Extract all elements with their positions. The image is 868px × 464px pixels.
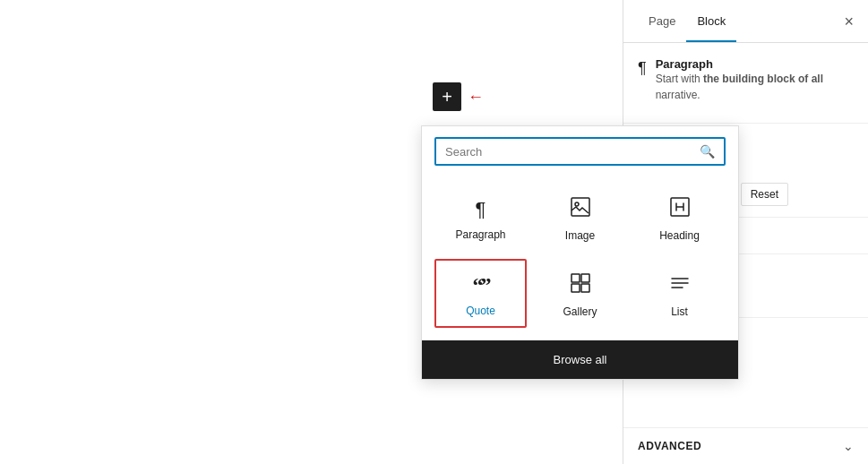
block-item-paragraph[interactable]: ¶ Paragraph (434, 184, 527, 252)
block-item-list[interactable]: List (633, 259, 726, 328)
list-label: List (671, 305, 688, 318)
paragraph-icon: ¶ (476, 198, 486, 221)
list-icon (670, 273, 690, 298)
gallery-icon (571, 273, 590, 298)
reset-button[interactable]: Reset (741, 183, 788, 206)
tab-page[interactable]: Page (638, 2, 686, 42)
svg-rect-3 (572, 274, 580, 282)
block-picker-popup: 🔍 ¶ Paragraph Image (421, 125, 739, 380)
tab-block[interactable]: Block (686, 2, 736, 42)
search-icon-button[interactable]: 🔍 (700, 144, 715, 159)
paragraph-title: Paragraph (656, 57, 854, 71)
tabs-group: Page Block (638, 2, 736, 41)
svg-rect-4 (581, 274, 589, 282)
svg-rect-0 (572, 198, 589, 216)
block-item-heading[interactable]: Heading (633, 184, 726, 252)
panel-tabs: Page Block × (623, 0, 868, 43)
advanced-title: Advanced (638, 440, 701, 452)
paragraph-section: ¶ Paragraph Start with the building bloc… (623, 43, 868, 124)
advanced-section: Advanced ⌄ (623, 427, 868, 464)
svg-rect-6 (581, 284, 589, 292)
gallery-label: Gallery (563, 305, 597, 318)
arrow-icon: ← (468, 88, 484, 107)
heading-icon (670, 197, 690, 222)
paragraph-header: ¶ Paragraph Start with the building bloc… (638, 57, 854, 103)
heading-label: Heading (659, 229, 700, 242)
blocks-grid: ¶ Paragraph Image Heading (422, 175, 738, 340)
image-icon (571, 197, 590, 222)
close-panel-button[interactable]: × (844, 13, 854, 30)
plus-icon: + (442, 88, 452, 106)
paragraph-info: Paragraph Start with the building block … (656, 57, 854, 103)
search-input[interactable] (445, 145, 700, 159)
svg-point-1 (575, 202, 579, 206)
block-item-gallery[interactable]: Gallery (534, 259, 626, 328)
search-icon: 🔍 (700, 144, 715, 159)
paragraph-label: Paragraph (455, 228, 505, 241)
browse-all-button[interactable]: Browse all (422, 340, 738, 379)
quote-icon: “” (473, 273, 489, 297)
advanced-section-header[interactable]: Advanced ⌄ (623, 428, 868, 464)
quote-label: Quote (466, 305, 495, 317)
chevron-down-advanced-icon: ⌄ (843, 439, 854, 453)
add-block-button[interactable]: + (433, 82, 461, 111)
block-item-image[interactable]: Image (534, 184, 626, 252)
paragraph-block-icon: ¶ (638, 59, 647, 78)
paragraph-description: Start with the building block of all nar… (656, 71, 854, 103)
search-container: 🔍 (422, 126, 738, 175)
image-label: Image (565, 229, 595, 242)
block-item-quote[interactable]: “” Quote (434, 259, 527, 328)
search-input-wrapper: 🔍 (434, 137, 726, 166)
svg-rect-5 (572, 284, 580, 292)
